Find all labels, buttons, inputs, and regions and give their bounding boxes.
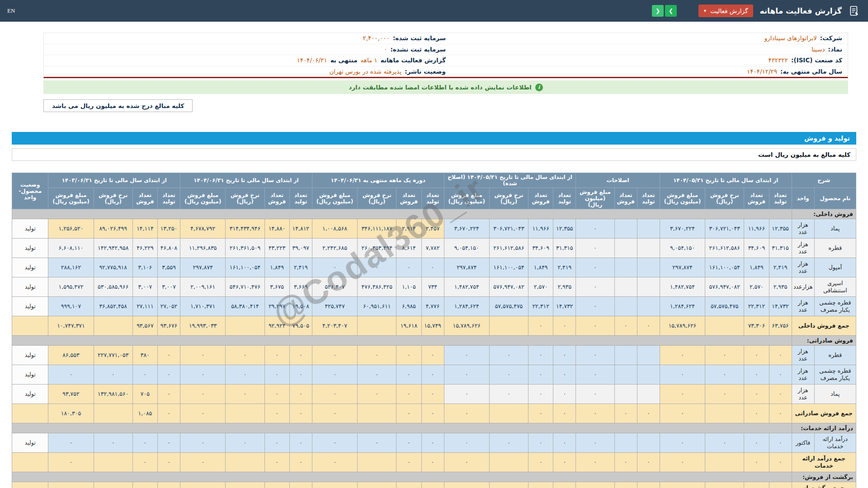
prev-report-button[interactable]: ❮: [652, 5, 664, 17]
cell-y1406-rate: ۳۱۴,۴۳۴,۹۴۶: [226, 219, 264, 239]
unit-header: واحد: [792, 188, 814, 209]
cell-y1406-sale: ۰: [264, 433, 289, 453]
cell-y1405-amount: ۱,۴۸۲,۷۵۴: [660, 277, 705, 297]
cell-adj-sale: [614, 258, 637, 277]
cell-y1406-rate: ۰: [226, 365, 264, 385]
report-type-label: گزارش فعالیت: [710, 7, 748, 14]
cell-adj1405-rate: ۵۷۶,۹۴۷,۰۸۲: [489, 277, 528, 297]
cell-y1405-prod: ۰: [769, 433, 792, 453]
total-label-cell: جمع فروش داخلی: [792, 316, 856, 336]
cell-y1403-amount: ۸۶,۵۵۳: [48, 346, 94, 365]
cell-adj-prod: [637, 385, 660, 404]
column-header-y1406-rate: نرخ فروش (ریال): [226, 188, 264, 209]
cell-adj1405-prod: ۲,۹۳۵: [553, 277, 576, 297]
cell-adj1405-rate: [489, 316, 528, 336]
company-name-field: شرکت: لابراتوارهای سینادارو: [446, 34, 842, 43]
info-row: کد صنعت (ISIC): ۴۳۲۳۲۲ گزارش فعالیت ماها…: [44, 55, 848, 66]
cell-y1405-sale: ۰: [744, 365, 769, 385]
cell-period-prod: ۰: [421, 433, 444, 453]
unit-cell: هزار عدد: [792, 239, 814, 258]
cell-period-amount: ۴,۲۰۳,۴۰۷: [312, 316, 357, 336]
product-row: پمادهزار عدد۰۰۰۰۰۰۰۰۰۰۰۰۰۰۰۰۰۰۷۰۵۱۳۲,۹۸۱…: [12, 385, 856, 404]
cell-y1405-sale: ۰: [744, 482, 769, 488]
cell-y1405-rate: ۰: [705, 385, 744, 404]
unit-cell: هزار عدد: [792, 385, 814, 404]
column-header-y1405-sale: تعداد فروش: [744, 188, 769, 209]
cell-y1406-amount: ۰: [180, 385, 226, 404]
cell-y1406-sale: ۰: [264, 365, 289, 385]
language-toggle[interactable]: EN: [7, 7, 15, 14]
next-report-button[interactable]: ❯: [665, 5, 677, 17]
cell-y1403-sale: ۳,۰۰۷: [132, 277, 157, 297]
cell-adj1405-rate: ۰: [489, 346, 528, 365]
column-header-adj1405-sale: تعداد فروش: [528, 188, 553, 209]
status-column-header: وضعیت محصول-واحد: [12, 173, 48, 209]
cell-adj1405-prod: ۰: [553, 316, 576, 336]
cell-y1406-sale: ۰: [264, 453, 289, 472]
cell-adj1405-prod: ۰: [553, 404, 576, 423]
section-label: فروش داخلی:: [792, 209, 856, 219]
cell-adj-amount: ۰: [576, 239, 614, 258]
cell-adj1405-amount: ۱۵,۷۸۹,۶۲۶: [444, 316, 489, 336]
column-header-period-amount: مبلغ فروش (میلیون ریال): [312, 188, 357, 209]
group-header-adj1405: از ابتدای سال مالی تا تاریخ ۱۴۰۴/۰۵/۳۱ (…: [444, 173, 576, 188]
cell-y1403-sale: ۲۷,۱۱۱: [132, 297, 157, 316]
cell-adj1405-prod: ۰: [553, 365, 576, 385]
cell-y1403-rate: [94, 404, 132, 423]
cell-adj-sale: [614, 239, 637, 258]
cell-adj1405-rate: ۳۰۶,۷۲۱,۰۴۳: [489, 219, 528, 239]
group-header-y1406: از ابتدای سال مالی تا تاریخ ۱۴۰۴/۰۶/۳۱: [180, 173, 312, 188]
fiscal-year-field: سال مالی منتهی به: ۱۴۰۴/۱۲/۲۹: [446, 67, 842, 76]
section-label: برگشت از فروش:: [792, 472, 856, 482]
cell-y1406-amount: ۰: [180, 365, 226, 385]
cell-y1406-prod: ۱۹,۵۰۸: [289, 297, 312, 316]
cell-y1405-amount: ۱,۲۸۴,۶۲۴: [660, 297, 705, 316]
cell-y1405-amount: ۰: [660, 482, 705, 488]
cell-y1406-rate: ۰: [226, 385, 264, 404]
cell-adj-amount: ۰: [576, 316, 614, 336]
cell-adj1405-rate: ۲۶۱,۶۱۲,۵۸۶: [489, 239, 528, 258]
cell-y1406-prod: ۰: [289, 404, 312, 423]
cell-y1403-amount: ۰: [48, 482, 94, 488]
cell-period-sale: ۰: [396, 346, 421, 365]
cell-adj1405-amount: ۰: [444, 365, 489, 385]
cell-y1403-prod: ۱۳,۲۵۰: [157, 219, 180, 239]
cell-y1405-amount: ۲۹۷,۸۷۴: [660, 258, 705, 277]
cell-adj-amount: ۰: [576, 297, 614, 316]
cell-y1403-prod: ۰: [157, 453, 180, 472]
cell-adj-prod: [637, 433, 660, 453]
cell-y1406-rate: [226, 482, 264, 488]
cell-y1406-rate: [226, 316, 264, 336]
cell-y1403-rate: ۵۳۰,۵۸۵,۹۶۶: [94, 277, 132, 297]
cell-period-rate: ۰: [358, 365, 396, 385]
cell-adj-amount: ۰: [576, 385, 614, 404]
cell-adj1405-prod: ۰: [553, 433, 576, 453]
cell-y1406-rate: ۲۶۱,۳۶۱,۵۰۹: [226, 239, 264, 258]
cell-period-sale: ۰: [396, 365, 421, 385]
total-row: جمع برگشت از فروش۰۰۰۰۰۰۰۰۰۰۰۰۰۰۰۰۰۰: [12, 482, 856, 488]
cell-adj1405-rate: ۰: [489, 433, 528, 453]
report-type-button[interactable]: گزارش فعالیت ▾: [698, 5, 753, 17]
cell-y1403-prod: ۰: [157, 404, 180, 423]
cell-adj-sale: ۰: [614, 316, 637, 336]
cell-y1406-rate: [226, 404, 264, 423]
symbol-value: دسینا: [811, 45, 825, 54]
cell-y1403-amount: ۰: [48, 453, 94, 472]
column-header-period-sale: تعداد فروش: [396, 188, 421, 209]
cell-y1405-amount: ۰: [660, 365, 705, 385]
total-row: جمع فروش صادراتی۰۰۰۰۰۰۰۰۰۰۰۰۰۰۰۰۱,۰۸۵۱۸۰…: [12, 404, 856, 423]
cell-adj1405-amount: ۰: [444, 453, 489, 472]
section-fill: [12, 336, 792, 346]
product-row: اسپری استنشاقیهزارعدد۲,۹۳۵۲,۵۷۰۵۷۶,۹۴۷,۰…: [12, 277, 856, 297]
cell-adj-prod: ۰: [637, 316, 660, 336]
cell-period-sale: ۰: [396, 385, 421, 404]
cell-y1405-sale: ۰: [744, 433, 769, 453]
cell-period-prod: ۲,۴۵۷: [421, 219, 444, 239]
cell-adj1405-sale: ۰: [528, 365, 553, 385]
cell-period-rate: [358, 482, 396, 488]
status-cell: تولید: [12, 239, 48, 258]
cell-y1406-sale: ۰: [264, 346, 289, 365]
section-title-bar: تولید و فروش: [12, 132, 856, 145]
field-label: شرکت:: [820, 34, 842, 43]
field-label: سال مالی منتهی به:: [780, 67, 842, 76]
